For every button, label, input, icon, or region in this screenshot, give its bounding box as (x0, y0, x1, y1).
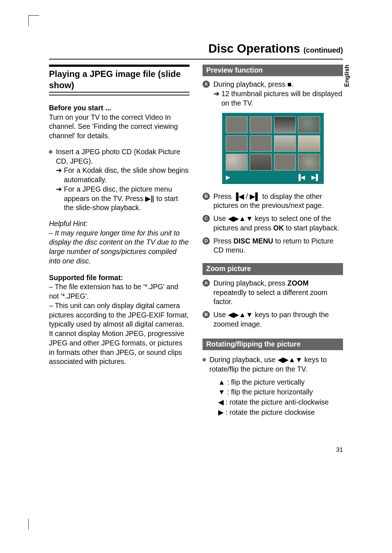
left-icon: ◀ (228, 214, 233, 222)
slash: / (244, 192, 250, 200)
stop-icon: ■ (287, 80, 292, 88)
preview-step1-a: During playback, press (213, 80, 287, 88)
zoom-picture-head: Zoom picture (203, 263, 343, 275)
right-column: Preview function A During playback, pres… (203, 65, 343, 418)
thumbnail (298, 154, 320, 170)
thumbnail-grid (226, 116, 320, 170)
down-icon: ▼ (246, 214, 253, 222)
down-icon: ▼ (295, 356, 302, 364)
thumbnail (274, 154, 296, 170)
up-icon: ▲ (239, 214, 246, 222)
preview-step-1: During playback, press ■. ➔12 thumbnail … (213, 80, 343, 108)
preview-step4-a: Press (213, 237, 233, 245)
step-badge-4: D (203, 237, 210, 245)
bullet-icon (203, 358, 206, 361)
step-badge-2: B (203, 193, 210, 200)
disc-menu-label: DISC MENU (233, 237, 273, 245)
arrow-right-icon: ➔ (213, 89, 221, 99)
section-title-box: Playing a JPEG image file (slide show) (49, 65, 189, 95)
hint-text: – It may require longer time for this un… (49, 229, 189, 266)
next-icon: ▶▌ (311, 173, 320, 181)
up-icon: ▲ (218, 378, 225, 386)
page-number: 31 (336, 446, 343, 454)
step-badge-1: A (203, 81, 210, 88)
thumbnail (226, 154, 248, 170)
preview-function-head: Preview function (203, 65, 343, 77)
step-badge-3: C (203, 215, 210, 222)
prev-icon: ▐◀ (233, 192, 244, 200)
thumbnail (298, 116, 320, 133)
crop-mark-top-left (28, 15, 39, 26)
play-pause-icon: ▶ǁ (145, 194, 154, 202)
header-rule (49, 59, 343, 60)
thumbnail (250, 116, 272, 133)
up-icon: ▲ (239, 311, 246, 319)
thumbnail (226, 135, 248, 152)
next-icon: ▶▌ (250, 192, 260, 200)
header-continued: (continued) (303, 46, 343, 54)
bullet-icon (49, 150, 52, 153)
preview-step2-a: Press (213, 192, 233, 200)
step-badge-1: A (203, 279, 210, 287)
supported-format-2: – This unit can only display digital cam… (49, 301, 189, 366)
rotate-intro-a: During playback, use (209, 356, 278, 364)
hint-label: Helpful Hint: (49, 219, 189, 229)
zoom2-a: Use (213, 311, 228, 319)
step-badge-2: B (203, 311, 210, 318)
zoom-step-2: Use ◀▶▲▼ keys to pan through the zoomed … (213, 310, 343, 329)
rotate-flip-head: Rotating/flipping the picture (203, 339, 343, 351)
preview-step-3: Use ◀▶▲▼ keys to select one of the pictu… (213, 214, 343, 233)
preview-step3-c: to start playback. (284, 224, 339, 232)
prev-icon: ▐◀ (297, 173, 305, 181)
preview-step-2: Press ▐◀ / ▶▌ to display the other pictu… (213, 192, 343, 210)
play-icon: ▶ (226, 173, 230, 181)
zoom1-a: During playback, press (213, 279, 287, 287)
left-icon: ◀ (218, 398, 224, 406)
arrow-right-icon: ➔ (56, 185, 64, 194)
before-you-start-head: Before you start ... (49, 103, 189, 113)
right-icon: ▶ (233, 214, 239, 222)
preview-step1-arrow: 12 thumbnail pictures will be displayed … (221, 90, 342, 107)
kodak-arrow-text: For a Kodak disc, the slide show begins … (64, 166, 189, 184)
left-column: Playing a JPEG image file (slide show) B… (49, 65, 189, 418)
zoom1-b: repeatedly to select a different zoom fa… (213, 288, 327, 306)
up-icon: ▲ (289, 356, 295, 364)
thumbnail-toolbar: ▶ ▐◀ ▶▌ (226, 173, 320, 181)
action-down: ▼ : flip the picture horizontally (218, 388, 343, 397)
action-left: ◀ : rotate the picture anti-clockwise (218, 398, 343, 407)
supported-format-head: Supported file format: (49, 273, 189, 283)
left-icon: ◀ (228, 311, 233, 319)
page-content: Disc Operations (continued) English Play… (49, 41, 343, 418)
right-icon: ▶ (233, 311, 239, 319)
insert-disc-text: Insert a JPEG photo CD (Kodak Picture CD… (56, 147, 189, 166)
page-header: Disc Operations (continued) (49, 41, 343, 59)
language-tab: English (343, 65, 351, 87)
action-left-text: : rotate the picture anti-clockwise (224, 398, 328, 406)
preview-step-4: Press DISC MENU to return to Picture CD … (213, 237, 343, 255)
action-right: ▶ : rotate the picture clockwise (218, 408, 343, 417)
section-title: Playing a JPEG image file (slide show) (49, 68, 189, 93)
right-icon: ▶ (283, 356, 289, 364)
supported-format-1: – The file extension has to be '*.JPG' a… (49, 282, 189, 301)
thumbnail (226, 116, 248, 133)
left-icon: ◀ (278, 356, 283, 364)
ok-label: OK (273, 224, 284, 232)
rotate-flip-block: During playback, use ◀▶▲▼ keys to rotate… (209, 355, 343, 418)
helpful-hint: Helpful Hint: – It may require longer ti… (49, 219, 189, 266)
header-title: Disc Operations (208, 42, 300, 55)
action-up-text: : flip the picture vertically (225, 378, 305, 386)
thumbnail (250, 135, 272, 152)
thumbnail-preview-panel: ▶ ▐◀ ▶▌ (222, 113, 324, 184)
down-icon: ▼ (218, 388, 225, 396)
insert-disc-block: Insert a JPEG photo CD (Kodak Picture CD… (56, 147, 189, 213)
thumbnail (274, 135, 296, 152)
preview-step1-b: . (292, 80, 294, 88)
action-right-text: : rotate the picture clockwise (224, 408, 315, 416)
right-icon: ▶ (218, 408, 224, 416)
arrow-right-icon: ➔ (56, 166, 64, 175)
crop-mark-bottom-left (28, 519, 39, 530)
down-icon: ▼ (246, 311, 253, 319)
zoom-step-1: During playback, press ZOOM repeatedly t… (213, 279, 343, 307)
zoom-label: ZOOM (287, 279, 309, 287)
thumbnail (298, 135, 320, 152)
